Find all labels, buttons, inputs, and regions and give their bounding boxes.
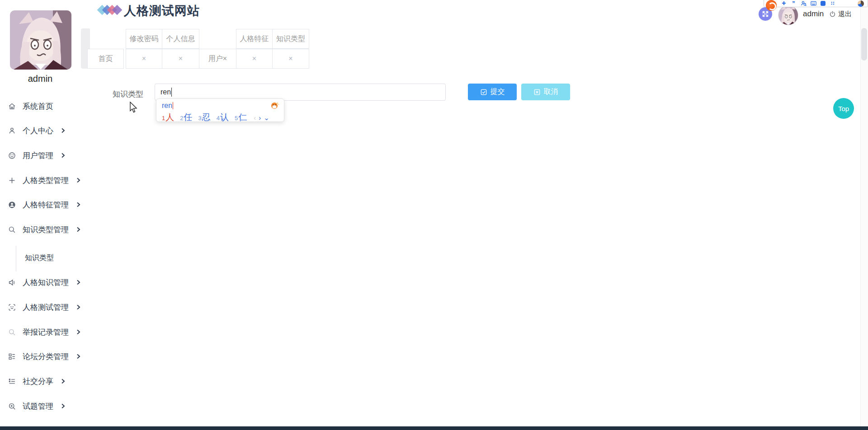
avatar — [10, 10, 71, 70]
tab-change-password[interactable]: 修改密码 — [126, 29, 162, 49]
ime-candidate-2[interactable]: 2任 — [180, 112, 192, 123]
sidebar-item-personality-test-management[interactable]: 人格测试管理 — [7, 301, 81, 313]
text-caret — [171, 88, 172, 97]
chevron-right-icon — [60, 153, 66, 158]
sidebar-item-forum-category-management[interactable]: 论坛分类管理 — [7, 350, 81, 363]
user-search-extension-icon[interactable] — [801, 0, 807, 6]
sidebar-item-user-management[interactable]: 用户管理 — [7, 149, 66, 162]
zoom-plus-icon — [7, 402, 16, 411]
scrollbar-thumb[interactable] — [861, 28, 867, 61]
mouse-cursor — [130, 102, 137, 113]
sidebar-item-personal-center[interactable]: 个人中心 — [7, 124, 66, 137]
sidebar-item-report-record-management[interactable]: 举报记录管理 — [7, 326, 81, 338]
ime-candidate-4[interactable]: 4认 — [217, 112, 229, 123]
keyboard-extension-icon[interactable] — [811, 0, 816, 6]
home-icon — [7, 102, 16, 111]
ime-candidate-1[interactable]: 1人 — [162, 112, 174, 123]
chevron-right-icon — [75, 304, 81, 310]
ime-candidate-5[interactable]: 5仁 — [235, 112, 247, 123]
cancel-x-icon — [533, 89, 541, 96]
sidebar-item-personality-knowledge-management[interactable]: 人格知识管理 — [7, 276, 81, 289]
org-icon — [7, 352, 16, 361]
logout-button[interactable]: 退出 — [829, 10, 852, 19]
fullscreen-arrows-icon — [762, 10, 769, 18]
tab-close-button[interactable]: × — [126, 49, 162, 69]
chevron-right-icon — [75, 227, 81, 232]
tab-home[interactable]: 首页 — [87, 49, 124, 69]
chevron-right-icon — [60, 379, 66, 384]
ime-next-page-button[interactable]: › — [259, 114, 261, 122]
submenu-indent-line — [16, 246, 16, 271]
speaker-icon — [7, 278, 16, 287]
browser-profile-avatar[interactable] — [858, 0, 864, 7]
tab-knowledge-type[interactable]: 知识类型 — [272, 29, 309, 49]
ime-mascot-icon — [270, 101, 279, 109]
header-avatar[interactable] — [778, 5, 798, 25]
chevron-right-icon — [60, 403, 66, 409]
ime-candidate-window[interactable]: ren 1人 2任 3忍 4认 5仁 ‹ › ⌄ — [156, 98, 284, 122]
smiley-icon — [7, 151, 16, 160]
sidebar-item-system-home[interactable]: 系统首页 — [7, 100, 53, 112]
dots-extension-icon[interactable]: ∷ — [830, 0, 835, 6]
logout-label: 退出 — [838, 10, 852, 19]
scrollbar-track[interactable] — [860, 0, 868, 430]
ime-candidate-3[interactable]: 3忍 — [198, 112, 210, 123]
ime-prev-page-button[interactable]: ‹ — [254, 114, 256, 122]
user-icon — [7, 126, 16, 135]
site-logo-icon — [99, 5, 122, 16]
plus-icon — [7, 176, 16, 185]
chevron-right-icon — [75, 354, 81, 359]
user-solid-icon — [7, 200, 16, 209]
ime-expand-button[interactable]: ⌄ — [264, 114, 269, 122]
page-title: 人格测试网站 — [124, 3, 200, 19]
bottom-dark-bar — [0, 426, 868, 430]
tab-personality-trait[interactable]: 人格特征 — [236, 29, 273, 49]
search-icon — [7, 225, 16, 234]
chevron-right-icon — [75, 329, 81, 335]
sidebar-item-question-management[interactable]: 试题管理 — [7, 400, 66, 412]
plus-extension-icon[interactable]: ✚ — [781, 0, 787, 6]
tab-close-button[interactable]: × — [272, 49, 309, 69]
sidebar-username: admin — [0, 74, 80, 84]
quote-extension-icon[interactable]: ❞ — [791, 0, 797, 6]
square-extension-icon[interactable] — [821, 1, 826, 6]
chevron-right-icon — [60, 128, 66, 133]
tab-personal-info[interactable]: 个人信息 — [162, 29, 199, 49]
sidebar-item-personality-trait-management[interactable]: 人格特征管理 — [7, 198, 81, 211]
header-username: admin — [803, 9, 824, 19]
sidebar-subitem-knowledge-type[interactable]: 知识类型 — [25, 253, 54, 263]
sidebar-item-social-share[interactable]: 社交分享 — [7, 375, 66, 388]
sidebar-item-personality-type-management[interactable]: 人格类型管理 — [7, 174, 81, 187]
list-icon — [7, 377, 16, 386]
back-to-top-button[interactable]: Top — [833, 98, 854, 119]
face-scan-icon — [7, 303, 16, 312]
power-icon — [829, 11, 836, 18]
tab-close-button[interactable]: × — [162, 49, 199, 69]
ime-caret — [173, 102, 173, 109]
tab-close-button[interactable]: × — [236, 49, 273, 69]
search-light-icon — [7, 327, 16, 337]
browser-extension-strip: ✚ ❞ ∷ — [764, 0, 868, 7]
submit-button[interactable]: 提交 — [468, 84, 517, 100]
tab-user[interactable]: 用户× — [199, 49, 236, 69]
chevron-right-icon — [75, 202, 81, 207]
input-value: ren — [160, 88, 171, 96]
knowledge-type-label: 知识类型 — [113, 89, 143, 99]
submit-check-icon — [480, 89, 487, 96]
cancel-button[interactable]: 取消 — [521, 84, 570, 100]
sogou-logo-icon[interactable] — [766, 0, 777, 11]
ime-composition: ren — [162, 102, 172, 110]
chevron-right-icon — [75, 178, 81, 183]
sidebar-item-knowledge-type-management[interactable]: 知识类型管理 — [7, 223, 81, 236]
chevron-right-icon — [75, 280, 81, 285]
